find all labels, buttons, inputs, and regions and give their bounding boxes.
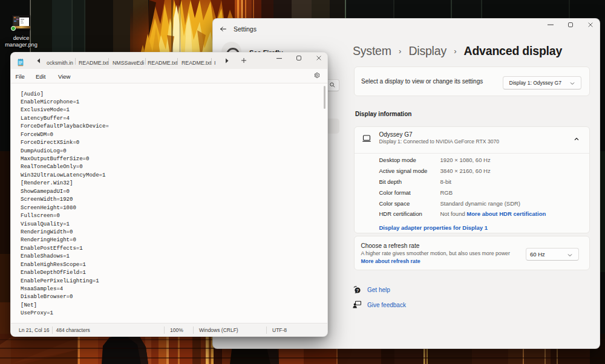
svg-text:?: ?: [356, 288, 359, 293]
